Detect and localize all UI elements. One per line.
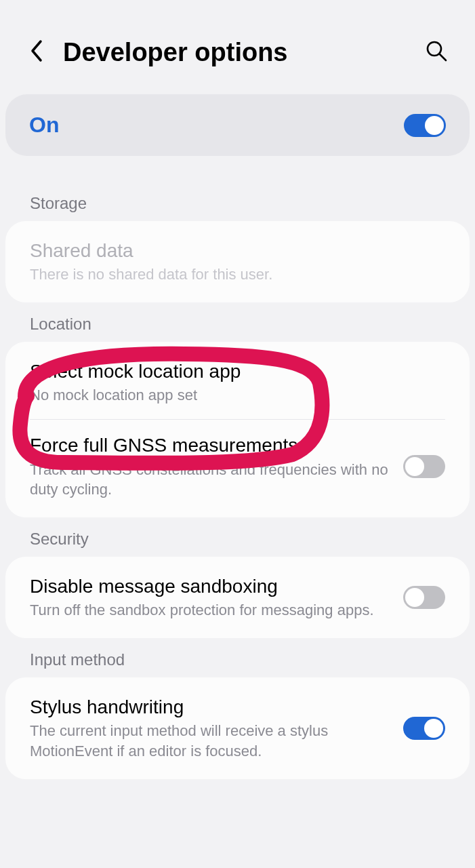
- gnss-toggle-switch[interactable]: [403, 455, 445, 478]
- mock-location-subtitle: No mock location app set: [30, 385, 445, 406]
- svg-line-1: [440, 54, 446, 60]
- svg-point-0: [428, 42, 441, 56]
- section-header-input: Input method: [0, 638, 475, 677]
- shared-data-title: Shared data: [30, 239, 445, 263]
- gnss-title: Force full GNSS measurements: [30, 433, 390, 458]
- shared-data-subtitle: There is no shared data for this user.: [30, 264, 445, 285]
- select-mock-location-row[interactable]: Select mock location app No mock locatio…: [5, 346, 470, 419]
- force-gnss-row[interactable]: Force full GNSS measurements Track all G…: [5, 420, 470, 513]
- sandbox-toggle-switch[interactable]: [403, 586, 445, 609]
- search-icon[interactable]: [425, 39, 448, 65]
- gnss-subtitle: Track all GNSS constellations and freque…: [30, 460, 390, 500]
- developer-options-master-toggle[interactable]: On: [5, 94, 470, 156]
- master-toggle-label: On: [29, 113, 59, 138]
- page-title: Developer options: [63, 38, 408, 67]
- disable-sandbox-row[interactable]: Disable message sandboxing Turn off the …: [5, 561, 470, 634]
- stylus-toggle-switch[interactable]: [403, 717, 445, 740]
- section-header-storage: Storage: [0, 182, 475, 221]
- back-icon[interactable]: [27, 37, 46, 67]
- shared-data-row[interactable]: Shared data There is no shared data for …: [5, 225, 470, 298]
- stylus-title: Stylus handwriting: [30, 695, 390, 719]
- master-toggle-switch[interactable]: [404, 114, 446, 137]
- section-header-location: Location: [0, 302, 475, 342]
- sandbox-title: Disable message sandboxing: [30, 574, 390, 599]
- section-header-security: Security: [0, 517, 475, 557]
- mock-location-title: Select mock location app: [30, 359, 445, 384]
- stylus-handwriting-row[interactable]: Stylus handwriting The current input met…: [5, 682, 470, 775]
- sandbox-subtitle: Turn off the sandbox protection for mess…: [30, 600, 390, 620]
- stylus-subtitle: The current input method will receive a …: [30, 721, 390, 761]
